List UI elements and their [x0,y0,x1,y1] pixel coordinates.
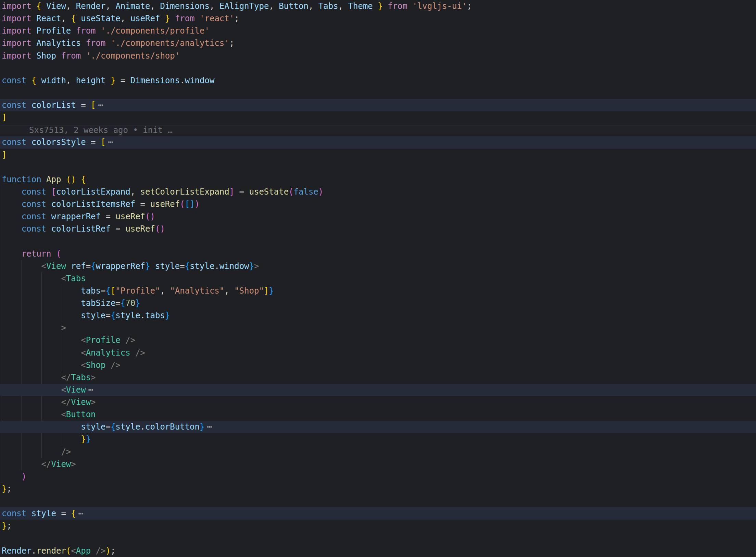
code-line[interactable]: }} [0,433,756,445]
code-token [2,274,61,283]
code-token: ] [2,113,7,122]
code-line[interactable]: <Tabs [0,272,756,285]
code-line[interactable] [0,62,756,74]
folded-code-badge[interactable]: ⋯ [78,509,84,518]
git-blame-annotation[interactable]: Sxs7513, 2 weeks ago • init … [0,124,756,136]
code-token: from [175,14,195,23]
code-token: , [130,187,140,197]
code-token: = [86,137,101,147]
code-line[interactable]: ] [0,111,756,124]
code-token: } [86,434,91,444]
code-token: App [46,175,61,184]
code-token: 'react' [200,14,234,23]
code-token: View [71,397,91,407]
code-line[interactable]: > [0,322,756,334]
code-line[interactable]: style={style.tabs} [0,309,756,322]
code-line[interactable] [0,161,756,173]
code-line[interactable]: tabSize={70} [0,297,756,309]
code-line[interactable]: const colorsStyle = [⋯ [0,136,756,148]
code-token: Render [2,546,32,556]
code-token: Theme [348,1,373,11]
code-token: import [2,1,36,11]
code-line[interactable]: const colorListItemsRef = useRef([]) [0,198,756,210]
code-token [2,348,81,358]
code-token: = [115,76,130,85]
code-token [130,348,135,358]
code-line[interactable]: const colorList = [⋯ [0,99,756,111]
code-line[interactable]: import Shop from './components/shop' [0,50,756,62]
code-line[interactable]: }; [0,520,756,532]
code-line[interactable]: </Tabs> [0,371,756,384]
code-line[interactable]: <Analytics /> [0,347,756,359]
code-token: ) [22,472,26,481]
code-token: Tabs [318,1,338,11]
code-token: window [219,261,249,271]
code-token: /> [135,348,145,358]
code-token: () [66,175,76,184]
code-token: import [2,26,36,36]
code-line[interactable]: <View⋯ [0,384,756,396]
code-token: "Profile" [115,286,160,296]
code-line[interactable]: tabs={["Profile", "Analytics", "Shop"]} [0,285,756,297]
code-line[interactable]: import { View, Render, Animate, Dimensio… [0,0,756,12]
code-line[interactable] [0,87,756,99]
code-line[interactable]: import React, { useState, useRef } from … [0,12,756,25]
code-token [2,286,81,296]
code-token: > [91,397,96,407]
code-line[interactable]: const { width, height } = Dimensions.win… [0,74,756,87]
code-token: = [76,100,91,110]
code-line[interactable]: <View ref={wrapperRef} style={style.wind… [0,260,756,272]
code-line[interactable]: const style = {⋯ [0,507,756,520]
code-line[interactable]: import Analytics from './components/anal… [0,37,756,49]
code-line[interactable]: function App () { [0,173,756,186]
code-line[interactable]: return ( [0,248,756,260]
code-line[interactable]: Render.render(<App />); [0,545,756,557]
code-token [2,385,61,395]
code-line[interactable]: <Button [0,408,756,421]
code-token: } [111,76,115,85]
code-token: Profile [86,335,121,345]
code-token: Shop [36,51,56,61]
code-line[interactable]: <Profile /> [0,334,756,346]
code-line[interactable]: const [colorListExpand, setColorListExpa… [0,186,756,198]
code-token: < [81,348,86,358]
code-line[interactable]: </View> [0,458,756,470]
code-line[interactable]: </View> [0,396,756,408]
code-token: ) [318,187,323,197]
folded-code-badge[interactable]: ⋯ [207,422,212,432]
code-line[interactable]: const colorListRef = useRef() [0,223,756,235]
folded-code-badge[interactable]: ⋯ [98,100,103,110]
code-token: /> [61,447,71,457]
code-line[interactable]: const wrapperRef = useRef() [0,210,756,223]
code-line[interactable]: }; [0,483,756,495]
code-token: Animate [115,1,150,11]
code-line[interactable]: ) [0,470,756,483]
code-token: /> [96,546,106,556]
folded-code-badge[interactable]: ⋯ [88,385,93,395]
code-line[interactable] [0,495,756,507]
code-line[interactable] [0,532,756,544]
code-line[interactable]: style={style.colorButton}⋯ [0,421,756,433]
code-token: } [2,521,7,531]
code-editor[interactable]: import { View, Render, Animate, Dimensio… [0,0,756,557]
code-token [2,410,61,419]
code-token: ; [7,484,11,494]
code-token [2,323,61,333]
code-token: ( [289,187,293,197]
code-line[interactable] [0,235,756,247]
code-line[interactable]: ] [0,149,756,161]
code-token: Analytics [36,38,81,48]
code-token [51,249,56,259]
code-token: { [32,76,36,85]
code-token: 70 [125,298,135,308]
code-line[interactable]: /> [0,446,756,458]
code-token: , [150,1,160,11]
code-token: < [41,261,46,271]
code-line[interactable]: <Shop /> [0,359,756,371]
code-token: ] [264,286,269,296]
code-token: colorsStyle [32,137,86,147]
folded-code-badge[interactable]: ⋯ [108,137,113,147]
code-line[interactable]: import Profile from './components/profil… [0,25,756,37]
code-token [2,298,81,308]
code-token: setColorListExpand [140,187,229,197]
